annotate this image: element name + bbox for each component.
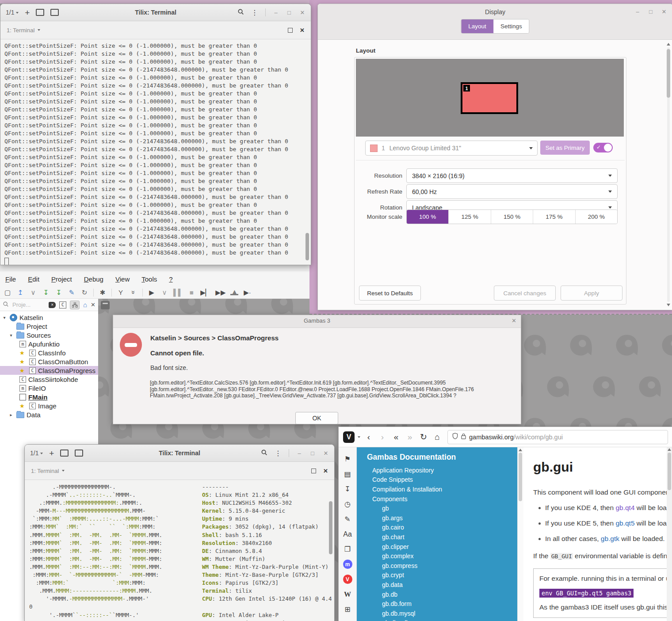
menu-edit[interactable]: Edit (28, 275, 39, 283)
bookmarks-icon[interactable]: ⚑ (343, 454, 352, 464)
mastodon-icon[interactable]: m (343, 560, 352, 569)
menu-icon[interactable]: ⋮ (251, 8, 258, 17)
pause-button[interactable]: ▌▌ (173, 289, 183, 296)
tree-view-toggle[interactable] (70, 301, 80, 309)
maximize-terminal-icon[interactable] (311, 469, 316, 473)
sidebar-link-compilation-installation[interactable]: Compilation & Installation (357, 484, 517, 494)
minimize-button[interactable]: – (296, 450, 302, 457)
menu-tools[interactable]: Tools (141, 275, 157, 283)
gb-gtk-link[interactable]: gb.gtk (601, 535, 619, 542)
menu-debug[interactable]: Debug (84, 275, 103, 283)
run-until-button[interactable]: ▶· (243, 289, 251, 296)
compile-button[interactable]: Y (117, 289, 125, 296)
search-input[interactable]: Proje... (12, 301, 45, 308)
sidebar-link-gb.db.odbc[interactable]: gb.db.odbc (357, 618, 517, 621)
terminal-output-area[interactable]: QFont::setPointSizeF: Point size <= 0 (-… (1, 39, 310, 265)
sidebar-link-gb.compress[interactable]: gb.compress (357, 561, 517, 571)
new-project-button[interactable]: ▢ (4, 289, 11, 296)
maximize-terminal-icon[interactable] (288, 28, 293, 33)
shield-icon[interactable] (452, 433, 458, 441)
save-button[interactable]: ↧ (42, 289, 50, 296)
new-terminal-right-icon[interactable] (60, 450, 69, 457)
sidebar-link-gb.db.form[interactable]: gb.db.form (357, 599, 517, 609)
set-as-primary-button[interactable]: Set as Primary (540, 141, 590, 155)
home-button[interactable]: ⌂ (432, 432, 443, 442)
tab-settings[interactable]: Settings (493, 19, 529, 33)
display-titlebar[interactable]: Display – □ ✕ Layout Settings (318, 4, 672, 40)
scale-option-150pct[interactable]: 150 % (491, 210, 533, 224)
ok-button[interactable]: OK (295, 412, 338, 424)
close-button[interactable]: ✕ (512, 317, 516, 324)
minimize-button[interactable]: – (634, 8, 641, 15)
page-scrollbar[interactable] (667, 447, 672, 621)
maximize-button[interactable]: □ (286, 9, 292, 16)
step-button[interactable]: ▶▏ (200, 289, 210, 296)
properties-button[interactable]: ✱ (99, 289, 107, 296)
sidebar-scrollbar[interactable] (517, 447, 523, 621)
vivaldi-menu-button[interactable]: V (343, 431, 355, 443)
address-bar[interactable]: gambaswiki.org/wiki/comp/gb.gui (447, 430, 668, 444)
translate-icon[interactable]: Aa (343, 530, 352, 539)
reset-defaults-button[interactable]: Reset to Defaults (359, 286, 421, 301)
dialog-titlebar[interactable]: Gambas 3 ✕ (113, 315, 521, 328)
home-icon[interactable]: ⌂ (83, 301, 87, 309)
display-scrollbar[interactable] (666, 43, 671, 306)
scrollbar-thumb[interactable] (329, 501, 332, 554)
sidebar-link-gb.crypt[interactable]: gb.crypt (357, 571, 517, 580)
new-terminal-down-icon[interactable] (75, 450, 83, 457)
collapse-icon[interactable]: ▾ (8, 333, 14, 338)
close-terminal-icon[interactable]: ✕ (323, 468, 328, 474)
search-icon[interactable] (261, 449, 267, 457)
code-snippet-highlighted[interactable]: env GB_GUI=gb.qt5 gambas3 (539, 589, 634, 598)
new-terminal-right-icon[interactable] (36, 9, 44, 16)
tree-item-project[interactable]: Project (0, 322, 98, 331)
sidebar-link-gb.data[interactable]: gb.data (357, 580, 517, 590)
maximize-button[interactable]: □ (309, 450, 316, 457)
terminal-titlebar[interactable]: Tilix: Terminal 1/1 + ⋮ – □ ✕ (0, 4, 311, 21)
tree-item-classsiirtokohde[interactable]: CClassSiirtokohde (0, 375, 98, 384)
new-session-button[interactable]: + (25, 8, 30, 17)
terminal-tab[interactable]: 1: Terminal (0, 27, 40, 34)
edit-button[interactable]: ✎ (68, 289, 76, 296)
sidebar-link-gb.db.mysql[interactable]: gb.db.mysql (357, 609, 517, 618)
filter-class-toggle[interactable]: C (59, 301, 66, 309)
history-icon[interactable]: ◷ (343, 499, 352, 509)
monitor-1-thumbnail[interactable]: 1 (461, 82, 518, 114)
new-terminal-down-icon[interactable] (50, 9, 59, 16)
menu-file[interactable]: File (5, 275, 16, 283)
monitor-arrangement-area[interactable]: 1 (356, 59, 624, 137)
notes-icon[interactable]: ✎ (343, 514, 352, 524)
vivaldi-icon[interactable]: V (343, 575, 352, 584)
sidebar-link-application-repository[interactable]: Application Repository (357, 465, 517, 475)
forward-button[interactable]: ▶▶ (215, 289, 225, 296)
expand-icon[interactable]: ▸ (8, 412, 14, 417)
save-all-button[interactable]: ↧ (55, 289, 63, 296)
sidebar-link-gb[interactable]: gb (357, 503, 517, 513)
close-button[interactable]: ✕ (661, 8, 667, 15)
menu-view[interactable]: View (115, 275, 130, 283)
tree-item-classomabutton[interactable]: ★CClassOmaButton (0, 357, 98, 366)
sidebar-link-components[interactable]: Components (357, 494, 517, 504)
terminal-tab[interactable]: 1: Terminal (25, 468, 65, 474)
windows-icon[interactable]: ❐ (343, 545, 352, 554)
downloads-icon[interactable]: ↧ (343, 484, 352, 494)
gb-qt5-link[interactable]: gb.qt5 (615, 519, 634, 527)
close-terminal-icon[interactable]: ✕ (300, 27, 305, 34)
sidebar-link-gb.db[interactable]: gb.db (357, 590, 517, 599)
resolution-select[interactable]: 3840 × 2160 (16:9) (406, 168, 618, 183)
back-button[interactable]: ‹ (363, 432, 374, 442)
sidebar-link-code-snippets[interactable]: Code Snippets (357, 475, 517, 485)
menu-project[interactable]: Project (51, 275, 72, 283)
minimize-button[interactable]: – (273, 9, 279, 16)
search-icon[interactable] (237, 8, 244, 17)
rewind-button[interactable]: « (391, 432, 401, 442)
refactor-button[interactable]: ↻ (80, 289, 88, 296)
sidebar-link-gb.cairo[interactable]: gb.cairo (357, 523, 517, 533)
close-button[interactable]: ✕ (299, 9, 305, 16)
chevron-down-icon[interactable] (358, 436, 360, 438)
file-drawer-icon[interactable] (101, 301, 110, 309)
tree-item-data[interactable]: ▸Data (0, 410, 98, 419)
tab-layout[interactable]: Layout (461, 19, 493, 33)
stop-button[interactable]: ■ (187, 289, 195, 296)
scale-option-200pct[interactable]: 200 % (576, 210, 617, 224)
